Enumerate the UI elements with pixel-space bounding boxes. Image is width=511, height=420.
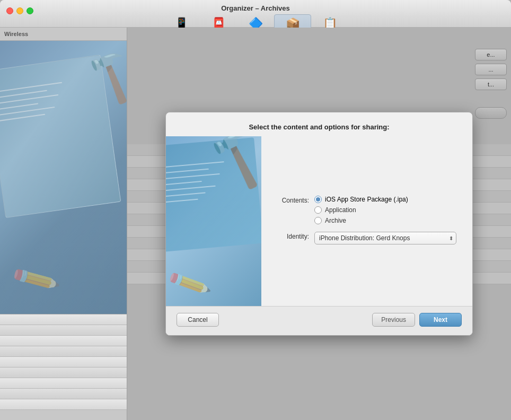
radio-item-archive[interactable]: Archive (314, 217, 408, 224)
sidebar-row-list (0, 314, 127, 410)
footer-right-buttons: Previous Next (372, 313, 462, 327)
previous-button[interactable]: Previous (372, 313, 415, 327)
list-item[interactable] (0, 389, 127, 399)
identity-select[interactable]: iPhone Distribution: Gerd Knops iPhone D… (314, 232, 456, 244)
modal-bp-line-6 (166, 192, 206, 197)
sidebar: Wireless 🔨 ✏️ (0, 28, 127, 420)
radio-label-ipa: iOS App Store Package (.ipa) (325, 196, 408, 203)
pencil-decoration: ✏️ (9, 253, 62, 305)
identity-row: Identity: iPhone Distribution: Gerd Knop… (277, 232, 456, 244)
modal-bp-line-5 (166, 186, 216, 191)
list-item[interactable] (0, 325, 127, 336)
modal-bp-line-4 (166, 181, 202, 186)
radio-dot-ipa (316, 197, 320, 202)
list-item[interactable] (0, 346, 127, 357)
list-item[interactable] (0, 336, 127, 346)
radio-item-ipa[interactable]: iOS App Store Package (.ipa) (314, 196, 408, 203)
sidebar-illustration: 🔨 ✏️ (0, 41, 127, 314)
list-item[interactable] (0, 314, 127, 325)
list-item[interactable] (0, 378, 127, 389)
window-title: Organizer – Archives (221, 4, 290, 12)
modal-pencil-icon: ✏️ (166, 260, 214, 306)
sidebar-header-label: Wireless (4, 31, 28, 37)
sharing-dialog: Select the content and options for shari… (165, 112, 473, 336)
modal-form: Contents: iOS App Store Package (.ipa) (261, 136, 472, 306)
modal-title: Select the content and options for shari… (177, 123, 462, 131)
content-area: Wireless 🔨 ✏️ (0, 28, 511, 420)
main-panel: e... ... t... (127, 28, 511, 420)
maximize-button[interactable] (27, 7, 33, 14)
radio-item-application[interactable]: Application (314, 206, 408, 214)
close-button[interactable] (6, 7, 13, 14)
radio-label-archive: Archive (325, 217, 346, 224)
modal-illustration: 🔨 ✏️ (166, 136, 261, 306)
identity-label: Identity: (277, 232, 314, 240)
identity-select-wrapper: iPhone Distribution: Gerd Knops iPhone D… (314, 232, 456, 244)
modal-body: 🔨 ✏️ Contents: (166, 136, 472, 306)
illustration-container: 🔨 ✏️ (0, 41, 127, 314)
list-item[interactable] (0, 368, 127, 378)
next-button[interactable]: Next (419, 313, 462, 327)
window-controls (6, 7, 33, 14)
modal-overlay: Select the content and options for shari… (127, 28, 511, 420)
modal-header: Select the content and options for shari… (166, 112, 472, 136)
radio-label-application: Application (325, 206, 356, 214)
radio-archive[interactable] (314, 217, 322, 224)
contents-row: Contents: iOS App Store Package (.ipa) (277, 196, 456, 224)
sidebar-bottom (0, 314, 127, 420)
blueprint-lines (0, 82, 67, 126)
sidebar-header: Wireless (0, 28, 127, 41)
bp-line-1 (0, 82, 62, 93)
cancel-button[interactable]: Cancel (177, 313, 219, 327)
modal-footer: Cancel Previous Next (166, 306, 472, 335)
modal-bp-line-7 (166, 199, 198, 203)
contents-radio-group: iOS App Store Package (.ipa) Application… (314, 196, 408, 224)
titlebar: Organizer – Archives 📱 Devices 📮 Reposit… (0, 0, 511, 28)
radio-application[interactable] (314, 206, 322, 214)
list-item[interactable] (0, 357, 127, 368)
bp-line-6 (0, 114, 45, 122)
radio-ipa[interactable] (314, 196, 322, 203)
bp-line-4 (0, 103, 38, 110)
main-window: Organizer – Archives 📱 Devices 📮 Reposit… (0, 0, 511, 420)
list-item[interactable] (0, 399, 127, 410)
minimize-button[interactable] (16, 7, 23, 14)
contents-label: Contents: (277, 196, 314, 204)
